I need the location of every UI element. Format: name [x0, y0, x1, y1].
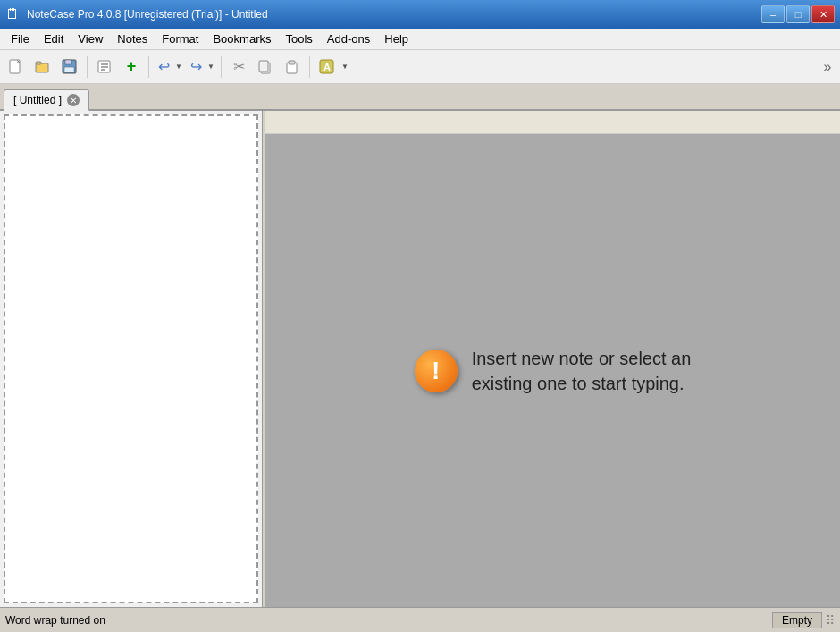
- title-bar-left: 🗒 NoteCase Pro 4.0.8 [Unregistered (Tria…: [5, 6, 268, 22]
- status-empty-label: Empty: [772, 612, 822, 628]
- save-button[interactable]: [57, 55, 82, 80]
- menu-bookmarks[interactable]: Bookmarks: [206, 29, 278, 49]
- maximize-button[interactable]: □: [786, 5, 810, 23]
- toolbar-overflow[interactable]: »: [819, 55, 836, 80]
- menu-tools[interactable]: Tools: [278, 29, 319, 49]
- tab-bar: [ Untitled ] ✕: [0, 84, 840, 111]
- title-controls: – □ ✕: [761, 5, 835, 23]
- menu-format[interactable]: Format: [155, 29, 206, 49]
- new-button[interactable]: [4, 55, 29, 80]
- editor-toolbar: [265, 111, 840, 134]
- toolbar-sep-1: [87, 56, 88, 78]
- svg-rect-13: [289, 61, 295, 64]
- empty-message-line2: existing one to start typing.: [472, 371, 692, 396]
- tree-panel[interactable]: [4, 114, 258, 603]
- close-button[interactable]: ✕: [811, 5, 835, 23]
- empty-message: ! Insert new note or select an existing …: [397, 328, 710, 414]
- svg-rect-2: [36, 62, 41, 64]
- toolbar-sep-4: [309, 56, 310, 78]
- toolbar-sep-3: [221, 56, 222, 78]
- cut-button[interactable]: ✂: [226, 55, 251, 80]
- add-note-button[interactable]: +: [119, 55, 144, 80]
- toolbar: + ↩ ▼ ↪ ▼ ✂ A ▼ »: [0, 50, 840, 84]
- copy-button[interactable]: [253, 55, 278, 80]
- app-icon: 🗒: [5, 6, 21, 22]
- status-right: Empty ⠿: [772, 612, 835, 628]
- svg-rect-11: [259, 61, 268, 72]
- editor-content: ! Insert new note or select an existing …: [265, 134, 840, 607]
- format-group: A ▼: [315, 55, 350, 80]
- svg-rect-4: [65, 60, 71, 64]
- format-button[interactable]: A: [315, 55, 340, 80]
- editor-panel: ! Insert new note or select an existing …: [265, 111, 840, 607]
- undo-group: ↩ ▼: [154, 55, 184, 80]
- tab-close-button[interactable]: ✕: [67, 94, 80, 106]
- title-text: NoteCase Pro 4.0.8 [Unregistered (Trial)…: [27, 8, 268, 21]
- menu-addons[interactable]: Add-ons: [320, 29, 377, 49]
- alert-icon: !: [415, 350, 458, 392]
- menu-notes[interactable]: Notes: [110, 29, 155, 49]
- redo-arrow[interactable]: ▼: [206, 55, 216, 80]
- format-arrow[interactable]: ▼: [340, 55, 350, 80]
- status-bar: Word wrap turned on Empty ⠿: [0, 607, 840, 632]
- menu-edit[interactable]: Edit: [37, 29, 71, 49]
- menu-view[interactable]: View: [71, 29, 110, 49]
- redo-button[interactable]: ↪: [186, 55, 206, 80]
- tab-label: [ Untitled ]: [13, 94, 62, 106]
- undo-button[interactable]: ↩: [154, 55, 173, 80]
- toolbar-sep-2: [148, 56, 149, 78]
- menu-help[interactable]: Help: [377, 29, 416, 49]
- empty-message-line1: Insert new note or select an: [472, 346, 692, 371]
- undo-arrow[interactable]: ▼: [173, 55, 184, 80]
- minimize-button[interactable]: –: [761, 5, 785, 23]
- title-bar: 🗒 NoteCase Pro 4.0.8 [Unregistered (Tria…: [0, 0, 840, 29]
- paste-button[interactable]: [280, 55, 305, 80]
- empty-message-text: Insert new note or select an existing on…: [472, 346, 692, 396]
- svg-text:A: A: [323, 62, 331, 72]
- menu-bar: File Edit View Notes Format Bookmarks To…: [0, 29, 840, 50]
- resize-grip-icon: ⠿: [826, 613, 835, 628]
- redo-group: ↪ ▼: [186, 55, 216, 80]
- svg-rect-5: [64, 67, 74, 72]
- main-area: ! Insert new note or select an existing …: [0, 111, 840, 607]
- status-word-wrap: Word wrap turned on: [5, 614, 772, 627]
- open-button[interactable]: [30, 55, 55, 80]
- menu-file[interactable]: File: [4, 29, 37, 49]
- tab-untitled[interactable]: [ Untitled ] ✕: [4, 89, 89, 111]
- properties-button[interactable]: [92, 55, 117, 80]
